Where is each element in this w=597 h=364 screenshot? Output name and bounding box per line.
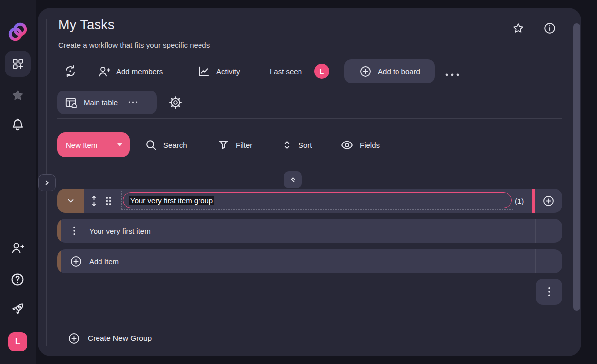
group-header-row: Your very first item group (1) xyxy=(84,189,562,213)
table-home-icon xyxy=(64,96,78,109)
star-outline-icon xyxy=(512,22,525,35)
expand-sidebar-button[interactable] xyxy=(38,174,56,191)
search-button[interactable]: Search xyxy=(145,137,187,152)
group-name-edit-outline: Your very first item group xyxy=(121,191,513,210)
item-row[interactable]: Your very first item xyxy=(57,219,562,243)
item-group-color-stripe xyxy=(57,219,61,243)
vertical-scrollbar[interactable] xyxy=(573,23,580,311)
board-info-button[interactable] xyxy=(543,22,556,35)
last-seen-label: Last seen xyxy=(270,67,302,76)
tabs-divider xyxy=(57,118,562,119)
unfold-vertical-icon xyxy=(90,195,98,207)
user-avatar-initial: L xyxy=(15,337,20,346)
last-seen-avatar[interactable]: L xyxy=(314,64,329,79)
unfold-icon xyxy=(288,175,298,184)
user-avatar[interactable]: L xyxy=(8,332,27,351)
sidebar-item-whats-new[interactable] xyxy=(10,301,25,316)
item-menu-button[interactable] xyxy=(72,226,76,238)
sidebar-item-invite-members[interactable] xyxy=(10,241,25,255)
column-menu-button[interactable] xyxy=(536,279,562,305)
fields-label: Fields xyxy=(360,141,380,149)
last-seen-avatar-initial: L xyxy=(320,67,324,75)
group-item-count: (1) xyxy=(515,189,524,213)
app-sidebar: L xyxy=(0,0,36,364)
create-new-group-label: Create New Group xyxy=(88,334,152,343)
rocket-icon xyxy=(10,301,25,316)
more-vertical-icon xyxy=(72,226,76,236)
filter-label: Filter xyxy=(236,141,252,149)
drag-dots-icon xyxy=(105,196,112,206)
star-filled-icon xyxy=(11,89,25,102)
search-label: Search xyxy=(163,141,187,149)
plus-circle-icon xyxy=(359,65,372,78)
add-item-plus xyxy=(69,255,83,268)
add-to-board-button[interactable]: Add to board xyxy=(344,59,435,83)
person-plus-icon xyxy=(98,65,111,78)
group-add-item-button[interactable] xyxy=(535,189,562,213)
gear-icon xyxy=(169,96,182,109)
chevron-down-icon xyxy=(66,196,76,206)
plus-circle-icon xyxy=(67,332,81,345)
add-members-button[interactable]: Add members xyxy=(98,64,163,79)
person-plus-icon xyxy=(10,241,25,255)
activity-label: Activity xyxy=(216,67,240,76)
bell-icon xyxy=(10,118,25,133)
sidebar-item-help[interactable] xyxy=(10,273,25,287)
sync-icon xyxy=(63,64,77,78)
chevron-right-icon xyxy=(43,179,51,187)
create-new-group-button[interactable]: Create New Group xyxy=(67,331,152,346)
eye-icon xyxy=(340,138,354,152)
new-item-button[interactable]: New Item xyxy=(57,132,130,157)
cell-divider xyxy=(535,249,536,273)
sidebar-item-notifications[interactable] xyxy=(10,118,25,133)
sort-icon xyxy=(281,139,293,151)
activity-chart-icon xyxy=(198,65,211,78)
more-vertical-icon xyxy=(547,286,551,297)
sort-button[interactable]: Sort xyxy=(281,137,312,152)
favorite-board-button[interactable] xyxy=(512,22,525,35)
sort-label: Sort xyxy=(298,141,312,149)
collapse-all-groups-button[interactable] xyxy=(284,171,302,188)
logo-icon xyxy=(8,22,28,42)
page-subtitle: Create a workflow that fits your specifi… xyxy=(58,41,210,49)
item-title[interactable]: Your very first item xyxy=(89,227,151,235)
last-seen-group[interactable]: Last seen xyxy=(270,64,302,79)
filter-icon xyxy=(217,139,230,151)
group-drag-handle[interactable] xyxy=(105,196,112,208)
add-item-row[interactable]: Add Item xyxy=(57,249,562,273)
activity-button[interactable]: Activity xyxy=(198,64,240,79)
sidebar-item-favorites[interactable] xyxy=(11,89,25,104)
chevron-down-icon[interactable] xyxy=(117,143,122,146)
add-members-label: Add members xyxy=(116,67,163,76)
sync-button[interactable] xyxy=(63,64,77,79)
sidebar-item-boards[interactable] xyxy=(5,51,31,77)
group-resize-handle[interactable] xyxy=(90,195,98,207)
item-group-color-stripe xyxy=(57,249,61,273)
help-icon xyxy=(10,273,25,287)
group-collapse-button[interactable] xyxy=(57,189,84,213)
info-icon xyxy=(543,22,556,35)
plus-circle-icon xyxy=(542,194,555,208)
plus-circle-icon xyxy=(69,255,83,268)
apps-grid-plus-icon xyxy=(11,57,25,71)
tab-more-icon[interactable] xyxy=(128,101,138,104)
add-item-label: Add Item xyxy=(89,257,119,266)
new-item-label: New Item xyxy=(66,141,97,149)
group-name-selected-text: Your very first item group xyxy=(129,196,214,205)
board-settings-button[interactable] xyxy=(169,96,182,109)
tab-main-table[interactable]: Main table xyxy=(57,91,157,114)
fields-button[interactable]: Fields xyxy=(340,137,380,152)
board-panel: My Tasks Create a workflow that fits you… xyxy=(38,8,581,356)
filter-button[interactable]: Filter xyxy=(217,137,252,152)
more-horizontal-icon xyxy=(445,73,460,77)
cell-divider xyxy=(535,219,536,243)
page-title: My Tasks xyxy=(58,17,115,33)
app-logo[interactable] xyxy=(8,22,28,44)
group-name-input[interactable]: Your very first item group xyxy=(123,192,512,208)
tab-main-table-label: Main table xyxy=(84,98,118,107)
add-to-board-label: Add to board xyxy=(378,67,420,76)
search-icon xyxy=(145,139,157,151)
toolbar-more-button[interactable] xyxy=(445,70,460,79)
